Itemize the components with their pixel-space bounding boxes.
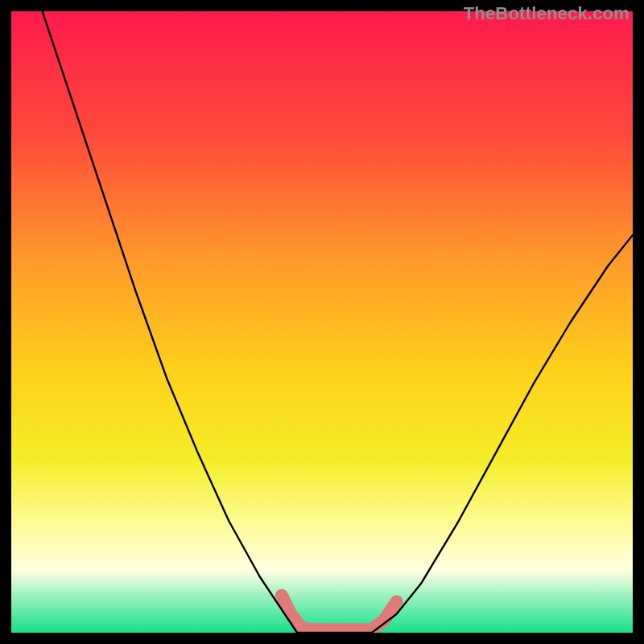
gradient-background [11, 11, 633, 633]
bottleneck-chart [11, 11, 633, 633]
watermark-text: TheBottleneck.com [464, 3, 630, 24]
chart-frame [11, 11, 633, 633]
